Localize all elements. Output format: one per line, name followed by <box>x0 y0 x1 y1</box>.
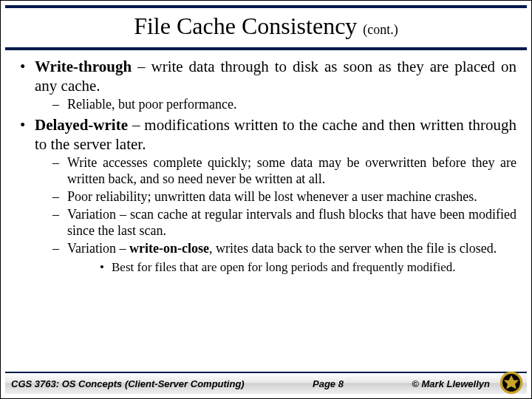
content-area: Write-through – write data through to di… <box>1 50 531 276</box>
footer-bar: CGS 3763: OS Concepts (Client-Server Com… <box>5 372 527 394</box>
list-item: Write-through – write data through to di… <box>16 58 516 113</box>
title-text: File Cache Consistency <box>134 13 357 39</box>
subsub-text: Best for files that are open for long pe… <box>112 260 455 274</box>
sub-post: , writes data back to the server when th… <box>209 241 497 256</box>
title-suffix: (cont.) <box>363 22 398 37</box>
sub-text: Write accesses complete quickly; some da… <box>67 155 516 186</box>
list-item: Reliable, but poor performance. <box>35 97 516 113</box>
sub-text: Poor reliability; unwritten data will be… <box>67 189 477 204</box>
list-item: Delayed-write – modifications written to… <box>16 116 516 276</box>
list-item: Variation – scan cache at regular interv… <box>35 207 516 239</box>
sub-text: Variation – scan cache at regular interv… <box>67 207 516 238</box>
bullet-list: Write-through – write data through to di… <box>16 58 516 276</box>
list-item: Variation – write-on-close, writes data … <box>35 241 516 276</box>
subsub-list: Best for files that are open for long pe… <box>67 260 516 276</box>
sub-pre: Variation – <box>67 241 129 256</box>
sub-bold: write-on-close <box>129 241 209 256</box>
slide-title: File Cache Consistency (cont.) <box>1 8 531 47</box>
sub-text: Reliable, but poor performance. <box>67 97 236 112</box>
footer-course: CGS 3763: OS Concepts (Client-Server Com… <box>5 378 245 389</box>
bullet-lead: Delayed-write <box>35 116 128 134</box>
bullet-lead: Write-through <box>35 58 132 75</box>
list-item: Best for files that are open for long pe… <box>67 260 516 276</box>
slide: File Cache Consistency (cont.) Write-thr… <box>0 0 532 399</box>
list-item: Poor reliability; unwritten data will be… <box>35 189 516 205</box>
sub-list: Reliable, but poor performance. <box>35 97 516 113</box>
ucf-logo-icon <box>499 370 524 395</box>
footer-page: Page 8 <box>245 378 412 389</box>
list-item: Write accesses complete quickly; some da… <box>35 155 516 188</box>
sub-list: Write accesses complete quickly; some da… <box>35 155 516 275</box>
